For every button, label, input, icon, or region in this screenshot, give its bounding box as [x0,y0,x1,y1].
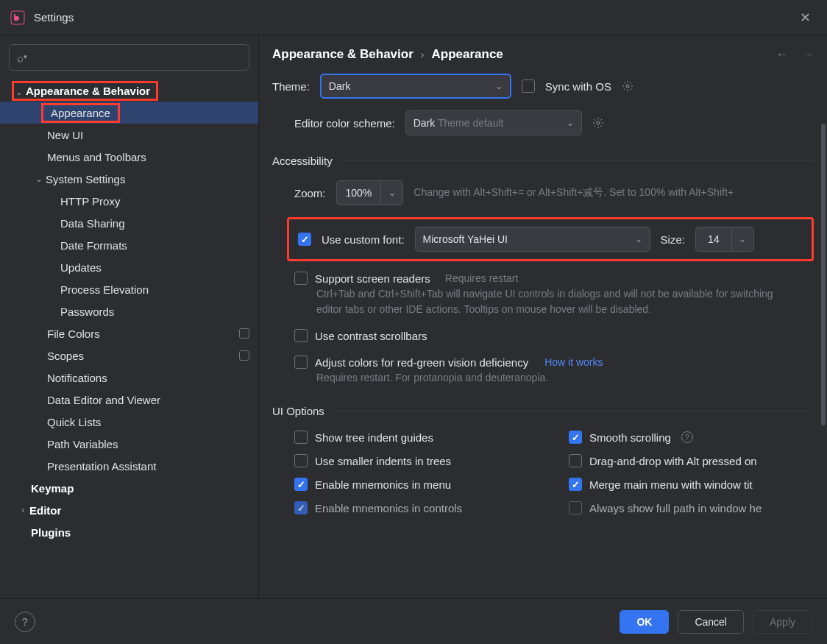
chevron-down-icon: ⌄ [567,118,574,128]
search-icon: ⌕▾ [17,52,27,64]
category-appearance-behavior[interactable]: ⌄ Appearance & Behavior [0,79,258,102]
sidebar-item-data-sharing[interactable]: Data Sharing [0,212,258,234]
screen-readers-checkbox[interactable] [294,272,308,285]
title-bar: Settings ✕ [0,0,827,35]
chevron-right-icon: › [16,505,29,515]
sync-os-checkbox[interactable] [522,79,535,93]
sidebar-item-updates[interactable]: Updates [0,256,258,278]
section-ui-options: UI Options [272,405,324,417]
sidebar-item-path-variables[interactable]: Path Variables [0,433,258,455]
how-it-works-link[interactable]: How it works [544,356,603,368]
svg-point-2 [597,121,600,124]
sidebar-item-appearance[interactable]: Appearance [0,102,258,124]
content-panel: Appearance & Behavior › Appearance ← → T… [259,35,827,598]
settings-tree: ⌄ Appearance & Behavior Appearance New U… [0,75,258,598]
contrast-label: Use contrast scrollbars [315,330,427,342]
breadcrumb-current: Appearance [431,47,503,62]
smooth-scrolling-checkbox[interactable]: ✓ [569,431,582,444]
zoom-select[interactable]: 100% ⌄ [336,180,404,205]
footer: ? OK Cancel Apply [0,598,827,644]
sidebar-item-new-ui[interactable]: New UI [0,124,258,146]
mnemonics-menu-checkbox[interactable]: ✓ [294,478,308,491]
color-def-checkbox[interactable] [294,355,308,369]
chevron-down-icon: ⌄ [635,234,642,244]
chevron-down-icon: ⌄ [495,81,503,91]
chevron-down-icon: ⌄ [15,87,23,97]
apply-button[interactable]: Apply [753,610,812,634]
custom-font-label: Use custom font: [322,233,405,246]
cancel-button[interactable]: Cancel [678,610,744,634]
svg-point-1 [626,85,629,88]
sidebar-item-date-formats[interactable]: Date Formats [0,234,258,256]
screen-readers-desc: Ctrl+Tab and Ctrl+Shift+Tab will navigat… [316,286,787,317]
breadcrumb-parent[interactable]: Appearance & Behavior [272,47,414,62]
sync-os-label: Sync with OS [545,80,611,93]
sidebar-item-file-colors[interactable]: File Colors [0,322,258,344]
theme-label: Theme: [272,80,310,93]
screen-readers-hint: Requires restart [445,272,519,284]
chevron-down-icon: ⌄ [32,174,46,184]
tree-indent-checkbox[interactable] [294,431,308,444]
ok-button[interactable]: OK [620,610,669,634]
color-def-label: Adjust colors for red-green vision defic… [315,356,528,369]
custom-font-checkbox[interactable]: ✓ [298,233,311,246]
help-icon[interactable]: ? [15,612,35,632]
nav-back-icon[interactable]: ← [775,47,789,63]
sidebar-item-plugins[interactable]: Plugins [0,521,258,543]
section-accessibility: Accessibility [272,155,333,167]
sidebar-item-menus-toolbars[interactable]: Menus and Toolbars [0,146,258,168]
close-icon[interactable]: ✕ [793,6,817,29]
drag-drop-alt-checkbox[interactable] [569,454,582,467]
sidebar-item-scopes[interactable]: Scopes [0,344,258,367]
sidebar-item-http-proxy[interactable]: HTTP Proxy [0,190,258,212]
search-input[interactable]: ⌕▾ [9,44,249,71]
gear-icon[interactable] [592,117,604,129]
sidebar: ⌕▾ ⌄ Appearance & Behavior Appearance Ne… [0,35,259,598]
zoom-hint: Change with Alt+Shift+= or Alt+Shift+减号.… [414,186,734,199]
breadcrumb-sep-icon: › [421,49,425,60]
scheme-label: Editor color scheme: [294,117,395,130]
contrast-checkbox[interactable] [294,329,308,342]
screen-readers-label: Support screen readers [315,272,430,285]
gear-icon[interactable] [622,80,633,92]
sidebar-item-system-settings[interactable]: ⌄System Settings [0,168,258,190]
sidebar-item-editor[interactable]: ›Editor [0,499,258,521]
breadcrumb: Appearance & Behavior › Appearance ← → [259,35,827,74]
nav-forward-icon: → [801,47,814,63]
sidebar-item-passwords[interactable]: Passwords [0,300,258,322]
info-icon[interactable]: ? [681,431,693,443]
app-icon [10,10,25,25]
sidebar-item-process-elevation[interactable]: Process Elevation [0,278,258,300]
sidebar-item-quick-lists[interactable]: Quick Lists [0,411,258,433]
scheme-select[interactable]: Dark Theme default ⌄ [405,110,582,135]
project-badge-icon [239,350,249,361]
chevron-down-icon[interactable]: ⌄ [381,180,403,205]
full-path-checkbox[interactable] [569,501,582,514]
font-size-label: Size: [661,233,685,246]
sidebar-item-notifications[interactable]: Notifications [0,367,258,389]
project-badge-icon [239,328,249,339]
mnemonics-controls-checkbox[interactable]: ✓ [294,501,308,514]
smaller-indents-checkbox[interactable] [294,454,308,467]
sidebar-item-data-editor-viewer[interactable]: Data Editor and Viewer [0,389,258,411]
merge-menu-checkbox[interactable]: ✓ [569,478,582,491]
custom-font-select[interactable]: Microsoft YaHei UI ⌄ [415,227,650,252]
theme-select[interactable]: Dark ⌄ [320,74,511,99]
scrollbar[interactable] [821,124,826,425]
chevron-down-icon[interactable]: ⌄ [732,227,754,252]
window-title: Settings [34,11,74,24]
sidebar-item-keymap[interactable]: Keymap [0,477,258,499]
zoom-label: Zoom: [294,187,326,199]
color-def-desc: Requires restart. For protanopia and deu… [316,370,787,386]
font-size-input[interactable]: 14 ⌄ [695,227,754,252]
sidebar-item-presentation-assistant[interactable]: Presentation Assistant [0,455,258,477]
